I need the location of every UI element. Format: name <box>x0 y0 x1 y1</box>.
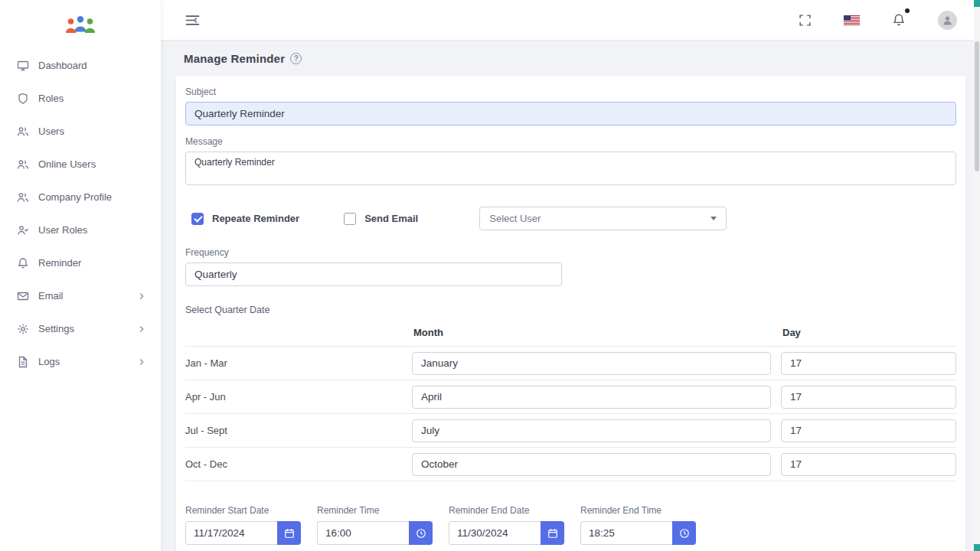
calendar-icon <box>547 528 558 539</box>
sidebar-item-label: User Roles <box>38 224 147 236</box>
month-input[interactable] <box>412 386 771 409</box>
calendar-button[interactable] <box>277 521 301 545</box>
notification-dot <box>905 8 910 13</box>
reminder-end-time-input[interactable] <box>580 521 672 545</box>
send-email-checkbox[interactable]: Send Email <box>344 213 418 225</box>
checkbox-icon[interactable] <box>344 213 356 225</box>
day-input[interactable] <box>781 453 956 476</box>
clock-button[interactable] <box>672 521 696 545</box>
sidebar-item-label: Company Profile <box>38 191 147 203</box>
sidebar-item-label: Users <box>38 126 147 137</box>
message-field: Message Quarterly Reminder <box>185 136 956 188</box>
users-icon <box>17 126 29 138</box>
sidebar-item-label: Email <box>38 290 136 302</box>
message-input[interactable]: Quarterly Reminder <box>185 152 956 185</box>
repeat-reminder-label: Repeate Reminder <box>212 213 299 224</box>
user-roles-icon <box>17 224 29 236</box>
field-label: Reminder Start Date <box>185 505 301 516</box>
scroll-down-button[interactable] <box>974 544 980 551</box>
sidebar-item-email[interactable]: Email <box>0 279 161 312</box>
calendar-button[interactable] <box>541 521 564 545</box>
reminder-end-date-input[interactable] <box>449 521 541 545</box>
sidebar-item-label: Reminder <box>38 257 147 269</box>
sidebar-nav: Dashboard Roles Users Online Users <box>0 49 161 378</box>
subject-field: Subject <box>185 86 956 126</box>
sidebar-item-label: Settings <box>38 323 136 334</box>
select-user-placeholder: Select User <box>489 213 541 224</box>
page-title: Manage Reminder <box>184 52 285 65</box>
language-button[interactable] <box>841 12 863 28</box>
sidebar-item-settings[interactable]: Settings <box>0 312 161 345</box>
repeat-reminder-checkbox[interactable]: Repeate Reminder <box>191 213 299 225</box>
clock-icon <box>679 528 690 539</box>
quarter-row-jul-sept: Jul - Sept <box>185 414 956 448</box>
bell-icon <box>17 257 29 269</box>
sidebar-item-roles[interactable]: Roles <box>0 82 161 115</box>
month-input[interactable] <box>412 419 771 442</box>
clock-button[interactable] <box>409 521 433 545</box>
quarter-row-apr-jun: Apr - Jun <box>185 380 956 414</box>
quarter-table: Month Day Jan - Mar Apr - Jun J <box>185 322 956 481</box>
day-input[interactable] <box>781 419 956 442</box>
fullscreen-button[interactable] <box>795 11 815 30</box>
date-time-row: Reminder Start Date Reminder Time <box>185 505 956 545</box>
notifications-button[interactable] <box>889 10 909 30</box>
chevron-right-icon <box>136 291 147 302</box>
scrollbar-thumb[interactable] <box>975 41 979 171</box>
sidebar-item-user-roles[interactable]: User Roles <box>0 214 161 246</box>
checkbox-icon[interactable] <box>191 213 204 225</box>
sidebar-item-label: Online Users <box>38 158 147 170</box>
quarter-row-oct-dec: Oct - Dec <box>185 448 956 481</box>
day-input[interactable] <box>781 352 956 375</box>
avatar-icon <box>938 11 957 30</box>
help-icon[interactable]: ? <box>290 53 302 64</box>
frequency-input[interactable] <box>185 262 562 286</box>
profile-button[interactable] <box>935 8 960 33</box>
sidebar-item-online-users[interactable]: Online Users <box>0 148 161 181</box>
sidebar-item-dashboard[interactable]: Dashboard <box>0 49 161 82</box>
gear-icon <box>17 323 29 335</box>
quarter-label: Apr - Jun <box>185 391 412 403</box>
file-icon <box>17 356 29 368</box>
month-input[interactable] <box>412 352 771 375</box>
quarter-label: Oct - Dec <box>185 458 412 470</box>
sidebar-item-label: Roles <box>38 93 147 104</box>
send-email-label: Send Email <box>364 213 418 224</box>
reminder-start-date-input[interactable] <box>185 521 277 545</box>
app-logo[interactable] <box>0 0 161 49</box>
main-area: Manage Reminder ? Subject Message Quarte… <box>161 0 980 551</box>
users-icon <box>17 191 29 204</box>
sidebar-toggle-button[interactable] <box>182 11 203 29</box>
select-user-dropdown[interactable]: Select User <box>479 207 727 230</box>
sidebar: Dashboard Roles Users Online Users <box>0 0 161 551</box>
monitor-icon <box>17 60 29 72</box>
sidebar-item-company-profile[interactable]: Company Profile <box>0 181 161 214</box>
options-row: Repeate Reminder Send Email Select User <box>185 207 956 230</box>
sidebar-item-logs[interactable]: Logs <box>0 345 161 378</box>
field-label: Reminder End Date <box>449 505 564 516</box>
mail-icon <box>17 290 29 302</box>
month-column-header: Month <box>412 327 781 338</box>
chevron-right-icon <box>136 357 147 367</box>
message-label: Message <box>185 136 956 147</box>
calendar-icon <box>284 528 295 539</box>
select-quarter-date-label: Select Quarter Date <box>185 305 956 315</box>
page-content: Manage Reminder ? Subject Message Quarte… <box>161 40 980 551</box>
us-flag-icon <box>844 15 860 25</box>
frequency-label: Frequency <box>185 247 956 258</box>
scroll-up-button[interactable] <box>974 0 980 7</box>
day-column-header: Day <box>781 327 956 338</box>
month-input[interactable] <box>412 453 771 476</box>
subject-input[interactable] <box>185 102 956 126</box>
sidebar-item-reminder[interactable]: Reminder <box>0 246 161 279</box>
menu-icon <box>185 15 200 26</box>
page-scrollbar[interactable] <box>974 0 980 551</box>
users-icon <box>17 158 29 171</box>
people-logo-icon <box>63 15 98 34</box>
sidebar-item-users[interactable]: Users <box>0 115 161 148</box>
reminder-time-input[interactable] <box>317 521 409 545</box>
quarter-row-jan-mar: Jan - Mar <box>185 347 956 380</box>
quarter-table-header: Month Day <box>185 322 956 347</box>
day-input[interactable] <box>781 386 956 409</box>
chevron-down-icon <box>710 217 717 220</box>
